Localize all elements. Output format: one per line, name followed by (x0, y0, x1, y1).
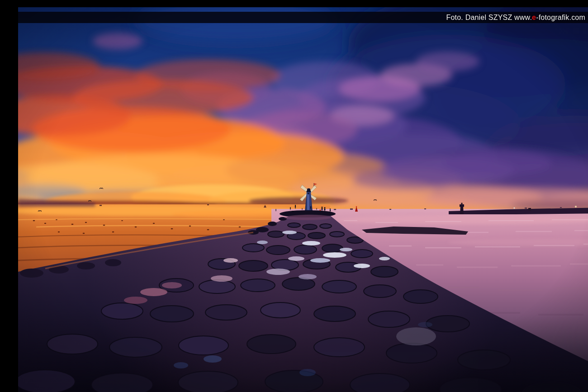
scene-graphic (18, 7, 588, 392)
watermark-bar: Foto. Daniel SZYSZ www.e-fotografik.com (18, 12, 588, 23)
watermark-text-suffix: -fotografik.com (536, 14, 585, 22)
watermark-text-prefix: Foto. Daniel SZYSZ www. (446, 14, 532, 22)
sunset-pier-photo: Foto. Daniel SZYSZ www.e-fotografik.com (18, 7, 588, 392)
watermark-accent-letter: e (532, 14, 536, 22)
vignette-overlay (18, 7, 588, 392)
